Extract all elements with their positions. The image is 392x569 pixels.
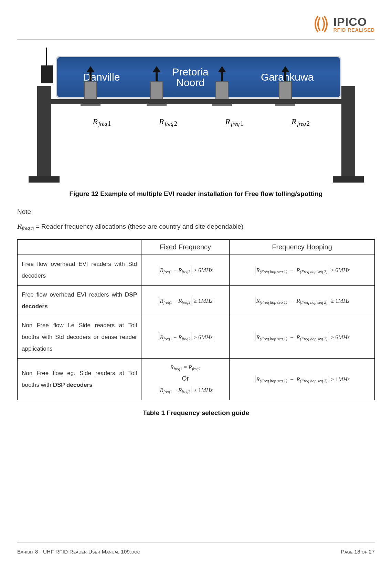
row-hop: R(Freq hop seq 1) − R(Freq hop seq 2) ≥ … xyxy=(230,316,375,359)
row-desc: Non Free flow I.e Side readers at Toll b… xyxy=(18,316,141,359)
sign-destination-2: Pretoria Noord xyxy=(172,66,209,88)
row-desc: Free flow overhead EVI readers with Std … xyxy=(18,255,141,286)
note-heading: Note: xyxy=(17,208,375,216)
row-hop: R(Freq hop seq 1) − R(Freq hop seq 2) ≥ … xyxy=(230,286,375,316)
row-hop: R(Freq hop seq 1) − R(Freq hop seq 2) ≥ … xyxy=(230,359,375,400)
footer-page-number: Page 18 of 27 xyxy=(341,549,375,555)
header-divider xyxy=(17,39,375,40)
logo-title: IPICO xyxy=(333,16,375,28)
table-row: Free flow overhead EVI readers with Std … xyxy=(18,255,375,286)
row-hop: R(Freq hop seq 1) − R(Freq hop seq 2) ≥ … xyxy=(230,255,375,286)
row-fixed: Rfreq1 − Rfreq2 ≥ 6MHz xyxy=(141,316,230,359)
row-fixed: Rfreq1 − Rfreq2 ≥ 6MHz xyxy=(141,255,230,286)
footer-doc-title: Exhibit 8 - UHF RFID Reader User Manual … xyxy=(17,549,140,555)
figure-caption: Figure 12 Example of multiple EVI reader… xyxy=(31,190,361,198)
row-fixed: Rfreq1 − Rfreq2 ≥ 1MHz xyxy=(141,286,230,316)
reader-controller-box xyxy=(41,65,53,83)
logo-subtitle: RFID REALISED xyxy=(333,28,375,32)
table-row: Free flow overhead EVI readers with DSP … xyxy=(18,286,375,316)
brand-logo: IPICO RFID REALISED xyxy=(311,14,375,34)
table-caption: Table 1 Frequency selection guide xyxy=(17,409,375,417)
col-header-hopping: Frequency Hopping xyxy=(230,240,375,255)
page-footer: Exhibit 8 - UHF RFID Reader User Manual … xyxy=(17,542,375,555)
col-header-fixed: Fixed Frequency xyxy=(141,240,230,255)
note-text: Rfreq n = Reader frequency allocations (… xyxy=(17,222,375,231)
footer-divider xyxy=(17,542,375,542)
row-desc: Free flow overhead EVI readers with DSP … xyxy=(18,286,141,316)
rfid-waves-icon xyxy=(311,14,331,34)
highway-sign: Danville Pretoria Noord Garankuwa xyxy=(56,56,341,99)
row-fixed: Rfreq1 = Rfreq2 Or Rfreq1 − Rfreq2 ≥ 1MH… xyxy=(141,359,230,400)
page-header: IPICO RFID REALISED xyxy=(17,10,375,38)
table-row: Non Free flow eg. Side readers at Toll b… xyxy=(18,359,375,400)
reader-freq-labels: Rfreq1 Rfreq2 Rfreq1 Rfreq2 xyxy=(69,117,334,127)
row-desc: Non Free flow eg. Side readers at Toll b… xyxy=(18,359,141,400)
table-row: Non Free flow I.e Side readers at Toll b… xyxy=(18,316,375,359)
col-header-blank xyxy=(18,240,141,255)
gantry-figure: Danville Pretoria Noord Garankuwa Rfreq1… xyxy=(31,48,361,198)
frequency-selection-table: Fixed Frequency Frequency Hopping Free f… xyxy=(17,239,375,400)
